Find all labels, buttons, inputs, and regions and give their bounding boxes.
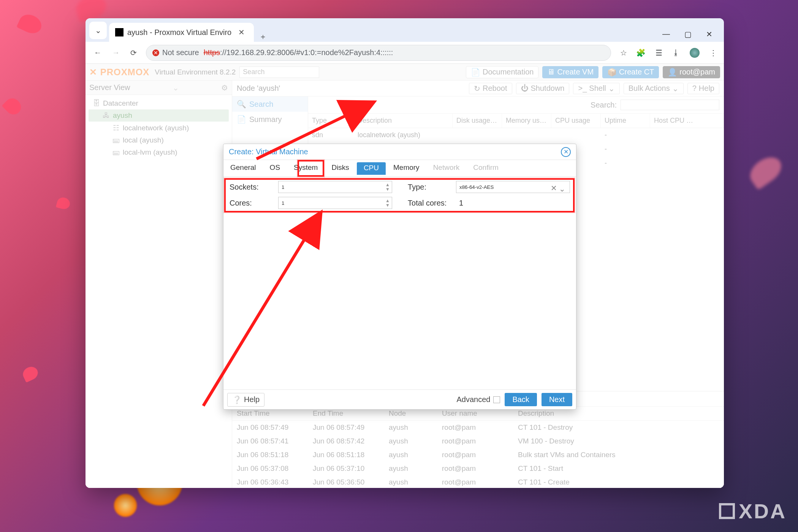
extensions-icon[interactable]: 🧩: [636, 48, 646, 57]
task-row[interactable]: Jun 06 05:36:43Jun 06 05:36:50ayushroot@…: [232, 475, 724, 488]
grid-row[interactable]: sdnlocalnetwork (ayush)-: [308, 128, 724, 142]
tree-storage-local-lvm[interactable]: 🖴local-lvm (ayush): [89, 146, 229, 158]
sockets-input[interactable]: [278, 181, 392, 193]
window-minimize-icon[interactable]: —: [662, 30, 670, 39]
browser-window: ⌄ ayush - Proxmox Virtual Enviro ✕ ＋ — ▢…: [86, 18, 724, 488]
create-ct-button[interactable]: 📦 Create CT: [602, 66, 659, 78]
breadcrumb: Node 'ayush': [237, 84, 280, 93]
tab-close-icon[interactable]: ✕: [235, 28, 248, 37]
total-cores-label: Total cores:: [405, 195, 454, 211]
pve-header: ✕ PROXMOX Virtual Environment 8.2.2 📄 Do…: [86, 64, 724, 81]
tree-localnetwork[interactable]: ☷localnetwork (ayush): [89, 122, 229, 134]
sockets-label: Sockets:: [227, 179, 276, 195]
tab-system[interactable]: System: [287, 160, 325, 176]
tab-network: Network: [426, 160, 467, 176]
grid-search-input[interactable]: [621, 100, 719, 110]
tree-storage-local[interactable]: 🖴local (ayush): [89, 134, 229, 146]
tree-node-ayush[interactable]: 🖧ayush: [89, 109, 229, 122]
resource-tree-pane: Server View ⌄ ⚙ 🗄Datacenter 🖧ayush ☷loca…: [86, 81, 232, 488]
task-row[interactable]: Jun 06 05:37:08Jun 06 05:37:10ayushroot@…: [232, 462, 724, 475]
shutdown-button[interactable]: ⏻ Shutdown: [516, 83, 570, 94]
security-label: Not secure: [162, 48, 199, 57]
browser-tab-active[interactable]: ayush - Proxmox Virtual Enviro ✕: [109, 23, 254, 42]
tab-cpu[interactable]: CPU: [357, 162, 386, 175]
address-bar: ← → ⟳ ✕ Not secure https://192.168.29.92…: [86, 42, 724, 64]
nav-reload-icon[interactable]: ⟳: [129, 47, 138, 59]
shell-button[interactable]: >_ Shell ⌄: [573, 83, 619, 94]
tab-disks[interactable]: Disks: [325, 160, 356, 176]
user-menu-button[interactable]: 👤 root@pam: [663, 66, 720, 78]
modal-title: Create: Virtual Machine: [229, 147, 308, 156]
next-button[interactable]: Next: [542, 393, 572, 406]
reboot-button[interactable]: ↻ Reboot: [469, 83, 512, 94]
global-search-input[interactable]: [239, 66, 319, 78]
nav-back-icon[interactable]: ←: [92, 47, 103, 59]
omnibox[interactable]: ✕ Not secure https://192.168.29.92:8006/…: [146, 45, 611, 61]
disk-icon: 🖴: [112, 148, 120, 157]
create-vm-modal: Create: Virtual Machine ✕ General OS Sys…: [223, 144, 576, 410]
type-label: Type:: [405, 179, 454, 195]
xda-watermark: XDA: [719, 499, 787, 523]
tab-favicon: [115, 28, 124, 36]
spinner-up-icon[interactable]: ▲: [385, 183, 390, 187]
disk-icon: 🖴: [112, 136, 120, 144]
chevron-down-icon: ⌄: [173, 83, 179, 92]
bulk-actions-button[interactable]: Bulk Actions ⌄: [624, 83, 684, 94]
checkbox-icon[interactable]: [493, 396, 500, 403]
create-vm-button[interactable]: 🖥 Create VM: [542, 66, 598, 78]
modal-body: Sockets: ▲▼ Type: ✕⌄ Cores: ▲▼ Total cor…: [223, 177, 576, 390]
profile-avatar[interactable]: [690, 48, 700, 58]
spinner-up-icon[interactable]: ▲: [385, 199, 390, 203]
view-selector[interactable]: Server View ⌄ ⚙: [86, 81, 232, 95]
browser-menu-icon[interactable]: ⋮: [709, 48, 717, 57]
security-chip[interactable]: ✕ Not secure: [152, 48, 199, 57]
task-row[interactable]: Jun 06 08:57:41Jun 06 08:57:42ayushroot@…: [232, 434, 724, 448]
spinner-down-icon[interactable]: ▼: [385, 203, 390, 207]
version-text: Virtual Environment 8.2.2: [155, 68, 236, 76]
modal-footer: ❔ Help Advanced Back Next: [223, 390, 576, 409]
cores-input[interactable]: [278, 197, 392, 209]
server-icon: 🗄: [92, 99, 100, 108]
documentation-button[interactable]: 📄 Documentation: [466, 66, 539, 78]
subnav-search[interactable]: 🔍 Search: [232, 97, 308, 112]
task-row[interactable]: Jun 06 08:57:49Jun 06 08:57:49ayushroot@…: [232, 421, 724, 434]
xda-logo-icon: [719, 503, 735, 519]
tree-datacenter[interactable]: 🗄Datacenter: [89, 97, 229, 109]
wizard-tabs: General OS System Disks CPU Memory Netwo…: [223, 160, 576, 177]
back-button[interactable]: Back: [505, 393, 537, 406]
grid-header: TypeDescriptionDisk usage…Memory us…CPU …: [308, 113, 724, 128]
tab-general[interactable]: General: [223, 160, 263, 176]
node-icon: 🖧: [102, 111, 110, 120]
clear-icon[interactable]: ✕: [551, 184, 557, 193]
tab-memory[interactable]: Memory: [386, 160, 426, 176]
reading-list-icon[interactable]: ☰: [656, 48, 662, 57]
tab-confirm: Confirm: [466, 160, 505, 176]
advanced-toggle[interactable]: Advanced: [456, 395, 500, 404]
not-secure-icon: ✕: [152, 49, 159, 56]
modal-close-icon[interactable]: ✕: [561, 147, 571, 157]
window-maximize-icon[interactable]: ▢: [684, 30, 692, 39]
cores-label: Cores:: [227, 195, 276, 211]
downloads-icon[interactable]: ⭳: [672, 48, 680, 57]
modal-help-button[interactable]: ❔ Help: [227, 393, 264, 407]
tab-search-button[interactable]: ⌄: [89, 22, 107, 39]
tab-os[interactable]: OS: [263, 160, 287, 176]
content-toolbar: Node 'ayush' ↻ Reboot ⏻ Shutdown >_ Shel…: [232, 81, 724, 97]
url-text: https://192.168.29.92:8006/#v1:0:=node%2…: [204, 48, 393, 57]
brand-logo: ✕ PROXMOX: [89, 67, 149, 78]
network-icon: ☷: [112, 124, 120, 132]
chevron-down-icon[interactable]: ⌄: [559, 184, 565, 193]
new-tab-button[interactable]: ＋: [256, 32, 270, 42]
spinner-down-icon[interactable]: ▼: [385, 187, 390, 191]
task-row[interactable]: Jun 06 08:51:18Jun 06 08:51:18ayushroot@…: [232, 448, 724, 462]
help-button[interactable]: ? Help: [687, 83, 719, 94]
bookmark-star-icon[interactable]: ☆: [619, 47, 629, 59]
nav-forward-icon[interactable]: →: [111, 47, 121, 59]
grid-search-label: Search:: [591, 101, 617, 109]
view-selector-label: Server View: [89, 83, 130, 92]
window-close-icon[interactable]: ✕: [706, 30, 712, 39]
proxmox-app: ✕ PROXMOX Virtual Environment 8.2.2 📄 Do…: [86, 64, 724, 488]
modal-title-bar: Create: Virtual Machine ✕: [223, 144, 576, 160]
subnav-summary[interactable]: 📄 Summary: [232, 112, 308, 127]
tree-settings-icon[interactable]: ⚙: [221, 83, 228, 92]
